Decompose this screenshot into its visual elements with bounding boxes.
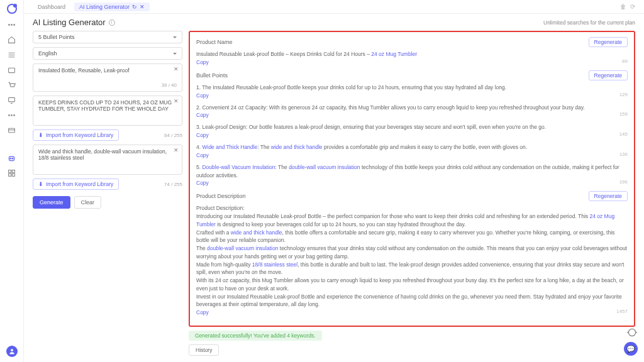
- section-title: Product Description: [196, 193, 246, 199]
- copy-link[interactable]: Copy: [196, 180, 209, 186]
- bullet-item: 3. Leak-proof Design: Our bottle feature…: [196, 123, 628, 138]
- char-count: 38 / 40: [38, 82, 177, 88]
- copy-link[interactable]: Copy: [196, 152, 209, 158]
- plan-text: Unlimited searches for the current plan: [543, 19, 635, 26]
- svg-point-1: [11, 24, 13, 25]
- support-icon[interactable]: [626, 327, 638, 338]
- bullet-item: 4. Wide and Thick Handle: The wide and t…: [196, 143, 628, 158]
- import-keywords-button[interactable]: ⬇Import from Keyword Library: [33, 129, 119, 141]
- svg-point-2: [14, 24, 15, 25]
- tab-ai-listing[interactable]: AI Listing Generator ↻ ✕: [74, 3, 150, 11]
- section-title: Product Name: [196, 39, 233, 45]
- home-icon[interactable]: [8, 35, 16, 44]
- svg-rect-12: [9, 170, 11, 172]
- page-title: AI Listing Generatori: [33, 18, 115, 27]
- bullet-item: 5. Double-wall Vacuum Insulation: The do…: [196, 163, 628, 187]
- dots-icon-2[interactable]: [8, 111, 16, 119]
- history-button[interactable]: History: [189, 344, 219, 356]
- bullet-count-select[interactable]: 5 Bullet Points: [33, 31, 182, 43]
- ai-icon[interactable]: [8, 153, 16, 162]
- svg-point-0: [9, 24, 10, 25]
- svg-point-7: [14, 114, 15, 116]
- regenerate-button[interactable]: Regenerate: [589, 191, 628, 201]
- svg-point-6: [11, 114, 13, 116]
- svg-rect-13: [12, 170, 14, 172]
- clock-icon[interactable]: ⟳: [630, 3, 635, 10]
- menu-icon[interactable]: [8, 50, 16, 59]
- generate-button[interactable]: Generate: [33, 196, 70, 209]
- user-avatar[interactable]: [6, 346, 18, 357]
- grid-icon[interactable]: [8, 168, 16, 177]
- copy-link[interactable]: Copy: [196, 309, 209, 315]
- svg-rect-3: [9, 68, 15, 72]
- regenerate-button[interactable]: Regenerate: [589, 70, 628, 80]
- keywords-input-1[interactable]: Insulated Bottle, Reusable, Leak-proof ✕…: [33, 63, 182, 92]
- import-keywords-button[interactable]: ⬇Import from Keyword Library: [33, 178, 119, 190]
- product-name-text: Insulated Reusable Leak-proof Bottle – K…: [196, 50, 628, 58]
- tab-dashboard[interactable]: Dashboard: [33, 3, 70, 11]
- tab-label: Dashboard: [38, 4, 65, 10]
- keywords-input-3[interactable]: Wide and thick handle, double-wall vacuu…: [33, 145, 182, 175]
- clear-icon[interactable]: ✕: [174, 66, 179, 72]
- card-icon[interactable]: [8, 126, 16, 134]
- clear-icon[interactable]: ✕: [174, 147, 179, 153]
- svg-point-5: [9, 114, 10, 116]
- keywords-input-2[interactable]: KEEPS DRINKS COLD UP TO 24 HOURS, 24 OZ …: [33, 96, 182, 126]
- bullet-item: 2. Convenient 24 oz Capacity: With its g…: [196, 104, 628, 119]
- svg-rect-8: [9, 128, 15, 133]
- bullet-item: 1. The Insulated Reusable Leak-proof Bot…: [196, 84, 628, 99]
- close-icon[interactable]: ✕: [140, 4, 145, 10]
- char-count: 84 / 255: [164, 133, 182, 138]
- char-count: 1457: [616, 309, 628, 314]
- svg-rect-14: [9, 173, 11, 176]
- box-icon[interactable]: [8, 65, 16, 74]
- monitor-icon[interactable]: [8, 96, 16, 104]
- app-logo[interactable]: [7, 4, 17, 14]
- chat-fab[interactable]: 💬: [624, 342, 638, 356]
- section-title: Bullet Points: [196, 72, 228, 79]
- cart-icon[interactable]: [8, 80, 16, 89]
- copy-link[interactable]: Copy: [196, 132, 209, 138]
- svg-rect-4: [9, 97, 15, 102]
- svg-point-10: [10, 158, 11, 159]
- success-badge: Generated successfully! You've added 4 k…: [189, 331, 322, 341]
- trash-icon[interactable]: 🗑: [620, 3, 626, 10]
- results-panel: Product Name Regenerate Insulated Reusab…: [189, 31, 635, 327]
- svg-point-11: [12, 158, 13, 159]
- dots-icon[interactable]: [8, 20, 16, 29]
- refresh-icon[interactable]: ↻: [132, 4, 137, 10]
- clear-icon[interactable]: ✕: [174, 98, 179, 104]
- copy-link[interactable]: Copy: [196, 59, 209, 65]
- svg-point-16: [11, 349, 13, 351]
- tab-label: AI Listing Generator: [79, 4, 130, 10]
- copy-link[interactable]: Copy: [196, 112, 209, 118]
- regenerate-button[interactable]: Regenerate: [589, 37, 628, 47]
- description-text: Product Description: Introducing our Ins…: [196, 204, 628, 309]
- char-count: 74 / 255: [164, 182, 182, 187]
- char-count: 89: [622, 58, 628, 64]
- info-icon[interactable]: i: [109, 19, 115, 26]
- language-select[interactable]: English: [33, 47, 182, 60]
- svg-rect-15: [12, 173, 14, 176]
- copy-link[interactable]: Copy: [196, 92, 209, 99]
- svg-point-17: [628, 329, 635, 336]
- clear-button[interactable]: Clear: [74, 196, 102, 209]
